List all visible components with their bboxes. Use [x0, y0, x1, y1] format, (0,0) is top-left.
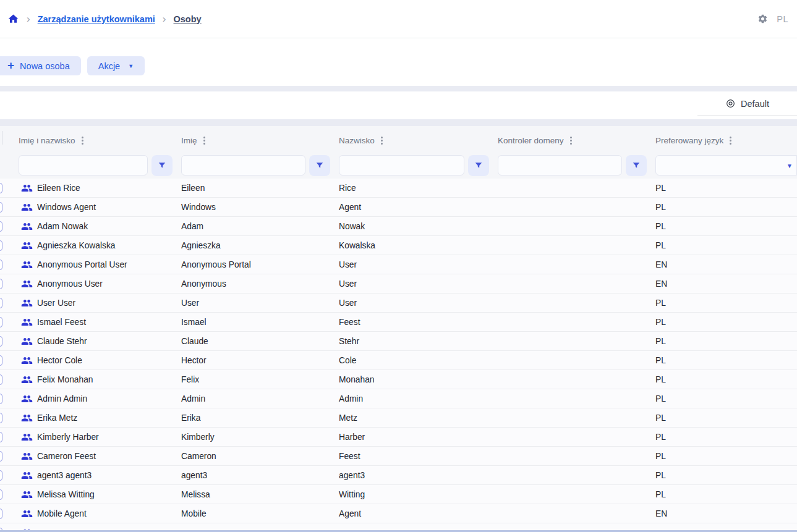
table-row[interactable]: Erika Metz Erika Metz PL: [0, 408, 797, 428]
cell-first-name: Agnieszka: [181, 241, 339, 250]
row-checkbox[interactable]: [0, 240, 2, 251]
column-header[interactable]: Imię i nazwisko: [19, 133, 181, 145]
locale-switcher[interactable]: PL: [777, 14, 788, 24]
column-menu-icon[interactable]: [203, 137, 205, 145]
full-name-text: Erika Metz: [37, 413, 77, 423]
table-row[interactable]: Kimberly Harber Kimberly Harber PL: [0, 428, 797, 447]
full-name-text: Windows Agent: [37, 203, 96, 212]
row-checkbox[interactable]: [0, 528, 2, 530]
row-checkbox[interactable]: [0, 413, 2, 423]
row-checkbox[interactable]: [0, 317, 2, 327]
row-checkbox[interactable]: [0, 374, 2, 385]
cell-first-name: Cameron: [181, 452, 339, 461]
new-person-label: Nowa osoba: [20, 61, 70, 71]
full-name-text: Anonymous User: [37, 279, 103, 289]
gear-icon[interactable]: [757, 14, 768, 24]
actions-dropdown-button[interactable]: Akcje ▼: [87, 56, 145, 75]
full-name-text: agent3 agent3: [37, 471, 92, 480]
row-checkbox[interactable]: [0, 470, 2, 481]
cell-first-name: Hector: [181, 356, 339, 365]
cell-first-name: Adam: [181, 222, 339, 231]
person-icon: [21, 431, 33, 443]
table-row[interactable]: Cameron Feest Cameron Feest PL: [0, 447, 797, 466]
cell-language: PL: [655, 356, 797, 365]
partial-row-clipped: [0, 523, 797, 530]
table-row[interactable]: [0, 523, 797, 530]
person-icon: [21, 221, 33, 232]
filter-input[interactable]: [498, 155, 622, 175]
table-row[interactable]: Claude Stehr Claude Stehr PL: [0, 332, 797, 351]
table-row[interactable]: Mobile Agent Mobile Agent EN: [0, 504, 797, 523]
column-menu-icon[interactable]: [82, 137, 83, 145]
table-row[interactable]: Anonymous Portal User Anonymous Portal U…: [0, 255, 797, 274]
row-checkbox[interactable]: [0, 451, 2, 462]
home-icon[interactable]: [7, 13, 19, 25]
table-row[interactable]: Windows Agent Windows Agent PL: [0, 198, 797, 217]
column-header[interactable]: Kontroler domeny: [498, 133, 655, 145]
table-row[interactable]: Hector Cole Hector Cole PL: [0, 351, 797, 370]
grid-filter-row: ▼: [0, 152, 797, 179]
full-name-text: User User: [37, 298, 75, 308]
table-row[interactable]: Ismael Feest Ismael Feest PL: [0, 313, 797, 332]
table-row[interactable]: Felix Monahan Felix Monahan PL: [0, 370, 797, 389]
column-menu-icon[interactable]: [730, 137, 731, 145]
breadcrumb: › Zarządzanie użytkownikami › Osoby PL: [0, 0, 797, 38]
row-gutter: [0, 236, 19, 255]
table-row[interactable]: Agnieszka Kowalska Agnieszka Kowalska PL: [0, 236, 797, 255]
table-row[interactable]: Admin Admin Admin Admin PL: [0, 389, 797, 408]
divider: [0, 86, 797, 91]
row-checkbox[interactable]: [0, 279, 2, 289]
cell-full-name: Kimberly Harber: [19, 431, 181, 443]
table-row[interactable]: Adam Nowak Adam Nowak PL: [0, 217, 797, 236]
new-person-button[interactable]: + Nowa osoba: [0, 56, 81, 75]
row-checkbox[interactable]: [0, 489, 2, 500]
person-icon: [21, 393, 33, 405]
row-checkbox[interactable]: [0, 394, 2, 404]
column-menu-icon[interactable]: [570, 137, 572, 145]
row-checkbox[interactable]: [0, 298, 2, 308]
table-row[interactable]: agent3 agent3 agent3 agent3 PL: [0, 466, 797, 485]
cell-first-name: agent3: [181, 471, 339, 480]
row-gutter: [0, 217, 19, 235]
cell-last-name: Feest: [339, 452, 498, 461]
language-filter-select[interactable]: ▼: [655, 155, 797, 175]
cell-full-name: Eileen Rice: [19, 182, 181, 194]
row-checkbox[interactable]: [0, 202, 2, 213]
column-header[interactable]: Nazwisko: [339, 133, 498, 145]
table-row[interactable]: User User User User PL: [0, 293, 797, 313]
filter-funnel-button[interactable]: [151, 155, 173, 176]
view-tab-default[interactable]: Default: [725, 98, 769, 109]
filter-funnel-button[interactable]: [626, 155, 647, 176]
table-row[interactable]: Melissa Witting Melissa Witting PL: [0, 485, 797, 504]
row-gutter: [0, 332, 19, 350]
row-checkbox[interactable]: [0, 221, 2, 232]
row-checkbox[interactable]: [0, 355, 2, 366]
row-checkbox[interactable]: [0, 432, 2, 442]
column-header[interactable]: Imię: [181, 133, 339, 145]
breadcrumb-link-user-management[interactable]: Zarządzanie użytkownikami: [38, 14, 155, 24]
full-name-text: Mobile Agent: [37, 509, 87, 518]
plus-icon: +: [7, 59, 14, 71]
row-checkbox[interactable]: [0, 336, 2, 347]
filter-input[interactable]: [181, 155, 305, 175]
table-row[interactable]: Eileen Rice Eileen Rice PL: [0, 179, 797, 198]
row-checkbox[interactable]: [0, 260, 2, 270]
filter-input[interactable]: [19, 155, 148, 175]
breadcrumb-current-people[interactable]: Osoby: [174, 14, 202, 24]
filter-input[interactable]: [339, 155, 464, 175]
cell-first-name: Erika: [181, 413, 339, 423]
table-row[interactable]: Anonymous User Anonymous User EN: [0, 274, 797, 293]
column-header[interactable]: Preferowany język: [655, 133, 797, 145]
grid-body: Eileen Rice Eileen Rice PL Windows Agent…: [0, 179, 797, 523]
full-name-text: Ismael Feest: [37, 318, 86, 327]
column-menu-icon[interactable]: [381, 137, 383, 145]
filter-funnel-button[interactable]: [468, 155, 489, 176]
row-checkbox[interactable]: [0, 509, 2, 519]
column-header-label: Preferowany język: [655, 136, 723, 145]
cell-full-name: Admin Admin: [19, 393, 181, 405]
filter-funnel-button[interactable]: [309, 155, 330, 176]
row-gutter: [0, 370, 19, 389]
cell-full-name: agent3 agent3: [19, 470, 181, 481]
row-checkbox[interactable]: [0, 183, 2, 193]
column-filter: [498, 155, 655, 176]
